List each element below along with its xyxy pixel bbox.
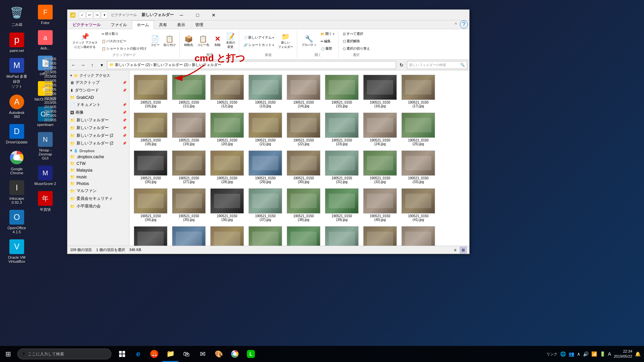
paste-button[interactable]: 📋 貼り付け [162, 32, 177, 51]
battery-icon[interactable]: 🔋 [599, 351, 606, 357]
line-button[interactable]: L [243, 346, 259, 362]
file-item[interactable]: 190521_0150 (28).jpg [209, 149, 246, 185]
file-item[interactable]: 190521_0150 (31).jpg [323, 149, 360, 185]
file-item[interactable]: 190521_0150 (32).jpg [362, 149, 398, 185]
people-icon[interactable]: 👥 [568, 351, 575, 357]
new-item-button[interactable]: 📄 新しいアイテム ▾ [242, 34, 276, 41]
move-to-button[interactable]: 📦 移動先 [182, 32, 195, 51]
sidebar-item-marfan[interactable]: 📁 マルファン [67, 187, 129, 195]
sidebar-item-desktop[interactable]: 🖥 デスクトップ 📌 [67, 79, 129, 86]
store-button[interactable]: 🛍 [178, 346, 195, 362]
desktop-icon-musescore[interactable]: M MuseScore 2 [32, 164, 59, 187]
rename-button[interactable]: 📝 名前の変更 [224, 32, 237, 51]
file-item[interactable]: 190521_0150 (20).jpg [209, 111, 246, 147]
desktop-icon-driverupdate[interactable]: D DriverUpdate [3, 123, 30, 145]
sidebar-item-documents[interactable]: 📄 ドキュメント 📌 [67, 101, 129, 109]
sidebar-item-malaysia[interactable]: 📁 Malaysia [67, 167, 129, 174]
file-item[interactable]: 190521_0150 (14).jpg [285, 73, 322, 110]
grid-view-button[interactable]: ⊞ [460, 247, 467, 253]
sidebar-item-music[interactable]: 📁 music [67, 174, 129, 180]
file-item[interactable]: 190521_0150 (39).jpg [323, 187, 360, 223]
select-all-button[interactable]: ☑ すべて選択 [341, 31, 372, 37]
notification-icon[interactable]: 🔔 [634, 351, 641, 357]
file-item[interactable]: 190521_0150 (17).jpg [400, 73, 437, 110]
edge-button[interactable]: e [130, 346, 146, 362]
desktop-icon-paintnet[interactable]: p paint.net [3, 31, 30, 54]
file-item[interactable]: 190521_0150 (40).jpg [362, 187, 398, 223]
firefox-button[interactable]: 🦊 [146, 346, 162, 362]
help-button[interactable]: ? [460, 20, 468, 28]
desktop-icon-fotor[interactable]: F Fotor [32, 3, 59, 26]
sidebar-item-newfolder3[interactable]: 📁 新しいフォルダー (2 📌 [67, 132, 129, 139]
file-item[interactable]: 190521_0150 (26).jpg [132, 149, 169, 185]
file-item[interactable]: 190521_0150 (34).jpg [132, 187, 169, 223]
tab-file[interactable]: ファイル [106, 20, 132, 29]
file-item[interactable]: 190521_0150 (27).jpg [170, 149, 207, 185]
chevron-up-icon[interactable]: ∧ [576, 351, 581, 357]
up-button[interactable]: ↑ [88, 61, 96, 69]
file-item[interactable]: 190521_0150 (18).jpg [132, 111, 169, 147]
desktop-icon-trash[interactable]: 🗑️ ごみ箱 [3, 3, 30, 28]
desktop-icon-inkscape[interactable]: I Inkscape 0.92.3 [3, 179, 30, 206]
tab-home[interactable]: ホーム [132, 20, 154, 29]
desktop-icon-mixpad[interactable]: M MixPad 多重録音ソフト [3, 57, 30, 90]
desktop-icon-chrome[interactable]: Google Chrome [3, 148, 30, 176]
file-item[interactable]: 190521_0150 (45).jpg [247, 225, 284, 246]
down-arrow-button[interactable]: ▾ [101, 12, 108, 18]
refresh-button[interactable]: ↻ [397, 61, 406, 69]
file-item[interactable]: 190521_0150 (33).jpg [400, 149, 437, 185]
file-item[interactable]: 190521_0150 (42).jpg [132, 225, 169, 246]
properties-button[interactable]: 🔧 プロパティ [300, 32, 318, 51]
desktop-icon-airbnb[interactable]: a Airb... [32, 29, 59, 52]
sidebar-item-dropbox-cache[interactable]: 📁 .dropbox.cache [67, 154, 129, 160]
tab-picture-tools[interactable]: ピクチャツール [67, 20, 106, 29]
file-item[interactable]: 190521_0150 (43).jpg [170, 225, 207, 246]
sidebar-item-kodaira[interactable]: 📁 小平環境の会 [67, 202, 129, 210]
file-item[interactable]: 190521_0150 (35).jpg [170, 187, 207, 223]
cut-button[interactable]: ✂ 切り取り [100, 31, 148, 37]
sidebar-item-photos[interactable]: 📁 Photos [67, 180, 129, 187]
shortcut-button[interactable]: 🔗 ショートカット ▾ [242, 42, 276, 48]
file-item[interactable]: 190521_0150 (11).jpg [170, 73, 207, 110]
file-item[interactable]: 190521_0150 (41).jpg [400, 187, 437, 223]
tab-share[interactable]: 共有 [154, 20, 172, 29]
file-item[interactable]: 190521_0150 (38).jpg [285, 187, 322, 223]
redo-button[interactable]: ↪ [94, 12, 100, 18]
close-button[interactable]: ✕ [206, 10, 221, 20]
deselect-button[interactable]: ☐ 選択解除 [341, 38, 372, 45]
back-button[interactable]: ← [69, 61, 77, 69]
sidebar-item-newfolder2[interactable]: 📁 新しいフォルダー 📌 [67, 124, 129, 132]
file-item[interactable]: 190521_0150 (47).jpg [323, 225, 360, 246]
chrome-taskbar-button[interactable] [227, 346, 243, 362]
desktop-icon-openoffice[interactable]: O OpenOffice 4.1.5 [3, 208, 30, 235]
desktop-icon-virtualbox[interactable]: V Oracle VMVirtualBox [3, 238, 30, 265]
sidebar-item-grabcad[interactable]: 📁 GrabCAD [67, 94, 129, 101]
tab-manage[interactable]: 管理 [190, 20, 208, 29]
sidebar-item-newfolder4[interactable]: 📁 新しいフォルダー (2 📌 [67, 139, 129, 147]
file-item[interactable]: 190521_0150 (30).jpg [285, 149, 322, 185]
open-button[interactable]: 📂 開く ▾ [319, 31, 336, 37]
colorpicker-button[interactable]: 🎨 [211, 346, 227, 362]
start-button[interactable]: ⊞ [0, 346, 16, 362]
undo-button[interactable]: ↩ [86, 12, 93, 18]
file-item[interactable]: 190521_0150 (23).jpg [323, 111, 360, 147]
copy-to-button[interactable]: 📋 コピー先 [196, 32, 211, 51]
taskbar-clock[interactable]: 22:34 2019/05/22 [614, 349, 632, 359]
pin-button[interactable]: ✓ [79, 12, 86, 18]
recent-button[interactable]: ▾ [98, 61, 106, 69]
file-item[interactable]: 190521_0150 (10).jpg [132, 73, 169, 110]
taskview-button[interactable] [114, 346, 130, 362]
taskbar-search[interactable]: 🎙 ここに入力して検索 [17, 349, 111, 359]
copy-button[interactable]: 📄 コピー [149, 32, 161, 51]
forward-button[interactable]: → [79, 61, 87, 69]
file-item[interactable]: 190521_0150 (19).jpg [170, 111, 207, 147]
pin-quick-access-button[interactable]: 📌 クイック アクセスにピン留めする [71, 32, 99, 51]
edit-button[interactable]: ✏ 編集 [319, 38, 336, 45]
desktop-icon-nmap[interactable]: N Nmap - ZenmapGUI [32, 131, 59, 162]
file-item[interactable]: 190521_0150 (24).jpg [362, 111, 398, 147]
file-item[interactable]: 190521_0150 (13).jpg [247, 73, 284, 110]
file-item[interactable]: 190521_0150 (22).jpg [285, 111, 322, 147]
ribbon-collapse-button[interactable]: ^ [452, 20, 460, 28]
copy-path-button[interactable]: 📋 パスのコピー [100, 38, 148, 45]
search-box[interactable]: 新しいフォルダーの検索 🔍 [407, 61, 467, 69]
